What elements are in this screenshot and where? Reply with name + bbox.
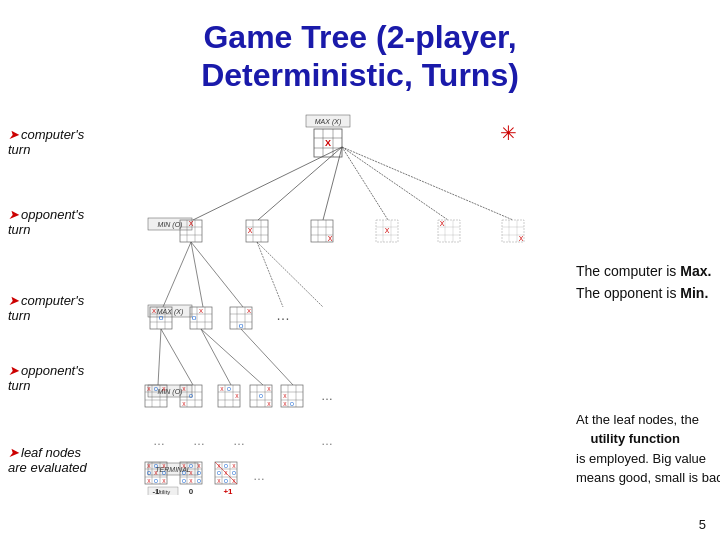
svg-text:X: X: [247, 308, 251, 314]
svg-text:X: X: [189, 220, 194, 227]
svg-text:X: X: [182, 401, 186, 407]
svg-text:X: X: [283, 393, 287, 399]
svg-line-85: [161, 329, 193, 385]
svg-text:+1: +1: [223, 487, 233, 495]
svg-text:X: X: [248, 227, 253, 234]
svg-line-14: [342, 147, 513, 220]
svg-text:✳: ✳: [500, 122, 517, 144]
computer-max-text: The computer is Max. The opponent is Min…: [576, 260, 720, 305]
svg-line-58: [257, 242, 283, 307]
svg-text:X: X: [152, 308, 156, 314]
svg-text:O: O: [197, 470, 201, 476]
left-labels: ➤computer's turn ➤opponent's turn ➤compu…: [8, 105, 128, 495]
svg-line-12: [342, 147, 388, 220]
svg-text:…: …: [276, 307, 290, 323]
svg-text:…: …: [233, 434, 245, 448]
svg-text:X: X: [267, 386, 271, 392]
svg-text:O: O: [189, 393, 193, 399]
svg-text:X: X: [267, 401, 271, 407]
svg-text:X: X: [162, 478, 166, 484]
svg-text:O: O: [217, 470, 221, 476]
svg-text:…: …: [321, 389, 333, 403]
svg-line-57: [191, 242, 243, 307]
svg-text:O: O: [239, 323, 244, 329]
svg-text:X: X: [283, 401, 287, 407]
arrow-5: ➤: [8, 445, 19, 460]
page-container: Game Tree (2-player, Deterministic, Turn…: [0, 0, 720, 499]
label-opponents-turn-2: ➤opponent's turn: [8, 363, 84, 394]
svg-text:O: O: [154, 463, 158, 469]
svg-text:…: …: [153, 434, 165, 448]
svg-text:X: X: [328, 235, 333, 242]
label-computers-turn-2: ➤computer's turn: [8, 293, 84, 324]
page-number: 5: [699, 517, 706, 532]
svg-line-11: [323, 147, 342, 220]
arrow-4: ➤: [8, 363, 19, 378]
title-area: Game Tree (2-player, Deterministic, Turn…: [0, 0, 720, 105]
svg-line-55: [163, 242, 191, 307]
svg-text:…: …: [321, 434, 333, 448]
svg-line-59: [257, 242, 323, 307]
svg-text:O: O: [232, 470, 236, 476]
svg-text:O: O: [154, 478, 158, 484]
svg-line-87: [201, 329, 263, 385]
svg-text:O: O: [259, 393, 263, 399]
svg-text:O: O: [224, 463, 228, 469]
svg-text:O: O: [182, 478, 186, 484]
svg-text:X: X: [235, 393, 239, 399]
svg-text:X: X: [217, 478, 221, 484]
label-leaf-nodes: ➤leaf nodes are evaluated: [8, 445, 87, 476]
svg-text:O: O: [182, 470, 186, 476]
svg-text:O: O: [290, 401, 294, 407]
svg-text:X: X: [519, 235, 524, 242]
svg-line-13: [342, 147, 448, 220]
svg-text:…: …: [253, 469, 265, 483]
utility-function-text: At the leaf nodes, the utility function …: [576, 410, 720, 488]
svg-text:O: O: [162, 470, 166, 476]
tree-svg: MAX (X) X ✳: [128, 105, 568, 495]
svg-line-88: [241, 329, 293, 385]
svg-text:X: X: [325, 138, 331, 148]
svg-text:O: O: [224, 478, 228, 484]
svg-text:O: O: [159, 315, 164, 321]
arrow-3: ➤: [8, 293, 19, 308]
svg-text:0: 0: [189, 487, 194, 495]
svg-text:X: X: [385, 227, 390, 234]
label-computers-turn-1: ➤computer's turn: [8, 127, 84, 158]
svg-text:O: O: [147, 470, 151, 476]
svg-text:X: X: [197, 463, 201, 469]
svg-text:O: O: [192, 315, 197, 321]
svg-text:MIN (O): MIN (O): [158, 221, 183, 229]
svg-text:O: O: [227, 386, 231, 392]
label-opponents-turn-1: ➤opponent's turn: [8, 207, 84, 238]
arrow-1: ➤: [8, 127, 19, 142]
page-title: Game Tree (2-player, Deterministic, Turn…: [20, 18, 700, 95]
svg-text:O: O: [197, 478, 201, 484]
svg-text:O: O: [154, 386, 158, 392]
svg-text:…: …: [193, 434, 205, 448]
svg-line-56: [191, 242, 203, 307]
svg-text:X: X: [220, 386, 224, 392]
svg-line-9: [193, 147, 342, 220]
svg-line-84: [158, 329, 161, 385]
svg-text:O: O: [189, 463, 193, 469]
svg-text:-1: -1: [152, 487, 160, 495]
svg-text:X: X: [199, 308, 203, 314]
svg-text:MAX (X): MAX (X): [315, 118, 341, 126]
svg-text:X: X: [232, 463, 236, 469]
svg-text:X: X: [147, 478, 151, 484]
svg-line-86: [201, 329, 231, 385]
tree-diagram: MAX (X) X ✳: [128, 105, 568, 499]
svg-line-10: [258, 147, 342, 220]
svg-text:X: X: [440, 220, 445, 227]
right-text-panel: The computer is Max. The opponent is Min…: [568, 105, 720, 499]
svg-text:X: X: [189, 478, 193, 484]
arrow-2: ➤: [8, 207, 19, 222]
